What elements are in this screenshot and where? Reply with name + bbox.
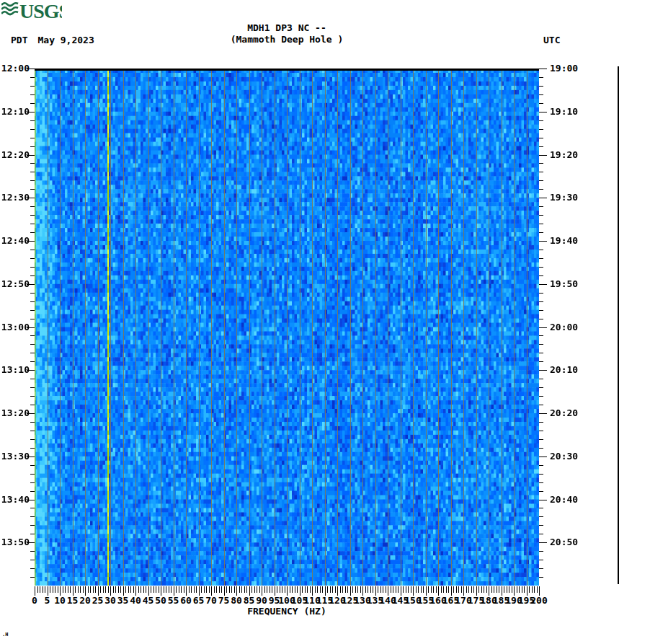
y-tick-right bbox=[539, 387, 543, 388]
x-tick bbox=[532, 586, 533, 593]
x-tick bbox=[297, 586, 298, 593]
x-tick bbox=[216, 586, 217, 593]
x-tick bbox=[75, 586, 76, 593]
y-tick-label-right: 19:50 bbox=[550, 279, 584, 289]
y-tick-label-left: 12:20 bbox=[0, 150, 30, 160]
y-tick-right bbox=[539, 482, 543, 483]
y-tick-label-left: 12:30 bbox=[0, 193, 30, 203]
y-tick-left bbox=[30, 215, 35, 216]
x-tick bbox=[196, 586, 197, 593]
usgs-logo: USGS bbox=[1, 1, 62, 21]
x-tick bbox=[254, 586, 255, 593]
y-tick-left bbox=[30, 310, 35, 311]
x-tick bbox=[55, 586, 55, 593]
y-tick-label-left: 13:00 bbox=[0, 322, 30, 332]
y-tick-right bbox=[539, 301, 543, 302]
x-tick bbox=[332, 586, 333, 593]
x-tick bbox=[164, 586, 164, 593]
y-tick-label-right: 20:50 bbox=[550, 537, 584, 547]
x-tick bbox=[65, 586, 66, 593]
x-tick bbox=[529, 586, 530, 593]
x-tick bbox=[264, 586, 265, 593]
spectrogram-canvas bbox=[35, 69, 539, 586]
x-tick bbox=[201, 586, 202, 593]
x-tick bbox=[118, 586, 119, 593]
x-tick bbox=[416, 586, 417, 593]
chart-subtitle: (Mammoth Deep Hole ) bbox=[35, 34, 539, 45]
x-tick bbox=[115, 586, 116, 593]
y-tick-right bbox=[539, 284, 547, 285]
x-tick bbox=[267, 586, 267, 593]
x-tick bbox=[138, 586, 139, 593]
y-tick-right bbox=[539, 327, 547, 328]
x-tick bbox=[421, 586, 422, 593]
x-tick bbox=[282, 586, 282, 593]
y-tick-label-right: 20:30 bbox=[550, 451, 584, 462]
x-tick bbox=[497, 586, 497, 593]
x-tick bbox=[403, 586, 404, 593]
y-tick-label-left: 12:50 bbox=[0, 279, 30, 289]
x-tick bbox=[448, 586, 449, 593]
y-tick-left bbox=[30, 405, 35, 405]
y-tick-right bbox=[539, 293, 543, 294]
x-tick bbox=[83, 586, 84, 593]
y-tick-right bbox=[539, 439, 543, 440]
y-tick-left bbox=[30, 129, 35, 130]
x-tick bbox=[347, 586, 348, 593]
y-tick-left bbox=[30, 267, 35, 268]
x-tick bbox=[191, 586, 192, 593]
y-tick-right bbox=[539, 577, 543, 578]
x-tick bbox=[428, 586, 429, 593]
y-tick-left bbox=[30, 103, 35, 104]
y-tick-left bbox=[30, 77, 35, 78]
y-tick-right bbox=[539, 491, 543, 492]
x-tick bbox=[461, 586, 462, 593]
x-tick bbox=[226, 586, 227, 593]
x-tick bbox=[335, 586, 336, 593]
y-tick-right bbox=[539, 163, 543, 164]
y-tick-left bbox=[30, 560, 35, 560]
y-tick-left bbox=[30, 250, 35, 250]
x-tick bbox=[43, 586, 43, 593]
x-tick bbox=[365, 586, 366, 593]
x-tick bbox=[130, 586, 131, 593]
x-tick bbox=[153, 586, 154, 593]
x-tick bbox=[360, 586, 361, 593]
x-tick bbox=[446, 586, 447, 593]
x-tick bbox=[499, 586, 499, 593]
x-tick bbox=[327, 586, 328, 593]
x-tick bbox=[537, 586, 538, 593]
x-tick bbox=[169, 586, 169, 593]
corner-mark: .H bbox=[2, 632, 8, 638]
x-tick bbox=[357, 586, 358, 593]
y-tick-right bbox=[539, 206, 543, 207]
y-tick-left bbox=[30, 301, 35, 302]
y-tick-right bbox=[539, 396, 543, 397]
x-tick bbox=[231, 586, 232, 593]
x-tick bbox=[272, 586, 272, 593]
y-tick-left bbox=[30, 508, 35, 508]
x-tick bbox=[120, 586, 121, 593]
x-tick bbox=[184, 586, 184, 593]
y-tick-left bbox=[30, 439, 35, 440]
y-tick-right bbox=[539, 525, 543, 526]
y-tick-right bbox=[539, 77, 543, 78]
y-tick-right bbox=[539, 86, 543, 87]
x-tick bbox=[433, 586, 434, 593]
x-tick bbox=[352, 586, 353, 593]
y-tick-right bbox=[539, 551, 543, 552]
y-tick-right bbox=[539, 232, 543, 233]
x-tick bbox=[453, 586, 454, 593]
x-tick bbox=[398, 586, 399, 593]
y-tick-right bbox=[539, 172, 543, 172]
y-tick-label-right: 19:10 bbox=[550, 107, 584, 117]
y-tick-left bbox=[30, 275, 35, 276]
x-tick bbox=[133, 586, 134, 593]
x-tick bbox=[406, 586, 406, 593]
y-tick-right bbox=[539, 198, 547, 198]
y-tick-right bbox=[539, 120, 543, 121]
y-tick-left bbox=[30, 120, 35, 121]
y-tick-right bbox=[539, 250, 543, 250]
x-tick bbox=[125, 586, 126, 593]
y-tick-left bbox=[30, 293, 35, 294]
